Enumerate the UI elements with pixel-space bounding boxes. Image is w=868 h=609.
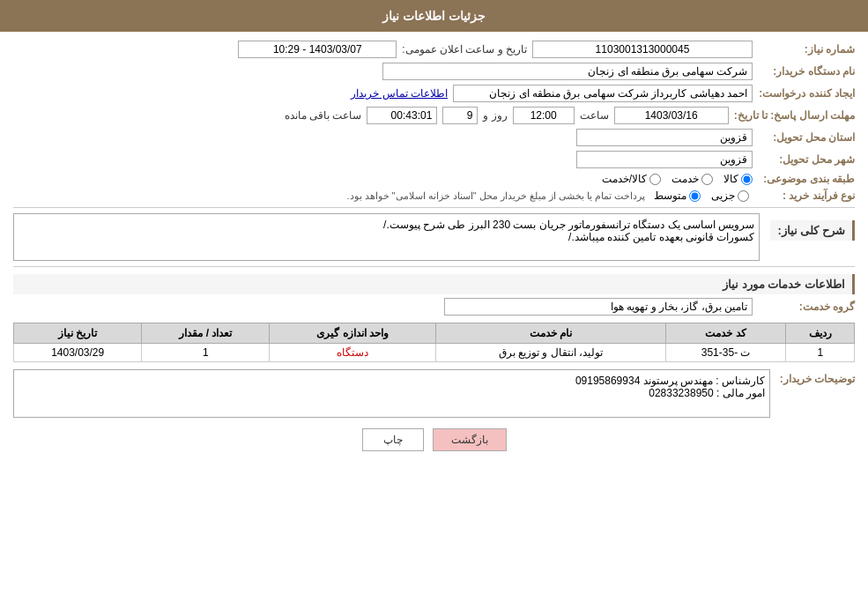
reply-time-label: ساعت <box>580 109 609 122</box>
creator-value: احمد دهیاشی کاربرداز شرکت سهامی برق منطق… <box>453 85 753 102</box>
city-label: شهر محل تحویل: <box>758 153 855 166</box>
col-row-num: ردیف <box>786 323 855 344</box>
purchase-type-label: نوع فرآیند خرید : <box>758 189 855 202</box>
category-radio-group: کالا خدمت کالا/خدمت <box>602 173 753 185</box>
table-row: 1ت -35-351تولید، انتقال و توزیع برقدستگا… <box>14 344 855 362</box>
purchase-jozi-radio[interactable] <box>738 190 749 202</box>
category-khedmat: خدمت <box>671 173 713 185</box>
purchase-jozi-label: جزیی <box>711 189 735 202</box>
cell-row-num: 1 <box>786 344 855 362</box>
cell-service-name: تولید، انتقال و توزیع برق <box>435 344 665 362</box>
category-kala: کالا <box>723 173 753 185</box>
reply-days-label: روز و <box>483 109 507 122</box>
reply-date-value: 1403/03/16 <box>614 107 729 124</box>
creator-row: ایجاد کننده درخواست: احمد دهیاشی کاربردا… <box>13 85 855 102</box>
button-row: بازگشت چاپ <box>13 428 855 451</box>
announce-date-value: 1403/03/07 - 10:29 <box>238 41 397 58</box>
services-table-section: ردیف کد خدمت نام خدمت واحد اندازه گیری ت… <box>13 323 855 362</box>
purchase-type-row: نوع فرآیند خرید : جزیی متوسط پرداخت تمام… <box>13 189 855 202</box>
cell-date: 1403/03/29 <box>14 344 142 362</box>
services-section-title: اطلاعات خدمات مورد نیاز <box>13 274 855 294</box>
purchase-motawaset-label: متوسط <box>654 189 686 202</box>
remaining-label: ساعت باقی مانده <box>285 109 362 122</box>
buyer-notes-content: کارشناس : مهندس پرستوند 09195869934 امور… <box>13 369 770 418</box>
remaining-value: 00:43:01 <box>367 107 437 124</box>
services-table: ردیف کد خدمت نام خدمت واحد اندازه گیری ت… <box>13 323 855 362</box>
col-service-name: نام خدمت <box>435 323 665 344</box>
cell-service-code: ت -35-351 <box>665 344 786 362</box>
contact-link[interactable]: اطلاعات تماس خریدار <box>351 87 448 100</box>
main-content: شماره نیاز: 1103001313000045 تاریخ و ساع… <box>0 32 868 471</box>
print-button[interactable]: چاپ <box>362 428 424 451</box>
reply-deadline-label: مهلت ارسال پاسخ: تا تاریخ: <box>734 109 855 122</box>
category-khedmat-label: خدمت <box>671 173 699 185</box>
col-date: تاریخ نیاز <box>14 323 142 344</box>
buyer-notes-row: توضیحات خریدار: کارشناس : مهندس پرستوند … <box>13 369 855 418</box>
category-kala-label: کالا <box>723 173 738 185</box>
province-value: قزوین <box>576 129 753 146</box>
purchase-type-radio-group: جزیی متوسط <box>654 189 749 202</box>
buyer-name-label: نام دستگاه خریدار: <box>758 65 855 78</box>
buyer-name-row: نام دستگاه خریدار: شرکت سهامی برق منطقه … <box>13 63 855 80</box>
reply-days-value: 9 <box>442 107 478 124</box>
need-number-value: 1103001313000045 <box>532 41 753 58</box>
col-service-code: کد خدمت <box>665 323 786 344</box>
buyer-name-value: شرکت سهامی برق منطقه ای زنجان <box>382 63 753 80</box>
service-group-row: گروه خدمت: تامین برق، گاز، بخار و تهویه … <box>13 298 855 316</box>
divider-1 <box>13 207 855 208</box>
page-header: جزئیات اطلاعات نیاز <box>0 0 868 32</box>
category-row: طبقه بندی موضوعی: کالا خدمت کالا/خدمت <box>13 173 855 185</box>
city-value: قزوین <box>576 151 753 168</box>
need-description-text[interactable] <box>13 213 760 261</box>
need-description-row: شرح کلی نیاز: <box>13 213 855 261</box>
province-label: استان محل تحویل: <box>758 131 855 144</box>
province-row: استان محل تحویل: قزوین <box>13 129 855 146</box>
purchase-motawaset: متوسط <box>654 189 701 202</box>
category-kala-khedmat-label: کالا/خدمت <box>602 173 647 185</box>
category-kala-khedmat: کالا/خدمت <box>602 173 661 185</box>
reply-deadline-row: مهلت ارسال پاسخ: تا تاریخ: 1403/03/16 سا… <box>13 107 855 124</box>
buyer-desc-line1: کارشناس : مهندس پرستوند 09195869934 <box>19 375 765 387</box>
buyer-desc-line2: امور مالی : 02833238950 <box>19 387 765 399</box>
need-number-label: شماره نیاز: <box>758 43 855 56</box>
page-title: جزئیات اطلاعات نیاز <box>382 9 486 23</box>
page-container: جزئیات اطلاعات نیاز شماره نیاز: 11030013… <box>0 0 868 609</box>
need-description-label: شرح کلی نیاز: <box>770 220 855 241</box>
col-quantity: تعداد / مقدار <box>142 323 270 344</box>
announce-date-label: تاریخ و ساعت اعلان عمومی: <box>402 43 527 56</box>
need-number-row: شماره نیاز: 1103001313000045 تاریخ و ساع… <box>13 41 855 58</box>
table-header-row: ردیف کد خدمت نام خدمت واحد اندازه گیری ت… <box>14 323 855 344</box>
purchase-motawaset-radio[interactable] <box>689 190 701 202</box>
category-kala-radio[interactable] <box>741 174 753 185</box>
category-kala-khedmat-radio[interactable] <box>649 174 661 185</box>
category-label: طبقه بندی موضوعی: <box>758 173 855 185</box>
category-khedmat-radio[interactable] <box>701 174 713 185</box>
service-group-value: تامین برق، گاز، بخار و تهویه هوا <box>444 298 753 316</box>
reply-time-value: 12:00 <box>513 107 575 124</box>
purchase-note: پرداخت تمام یا بخشی از مبلغ خریدار محل "… <box>13 190 645 202</box>
back-button[interactable]: بازگشت <box>433 428 507 451</box>
col-unit: واحد اندازه گیری <box>270 323 435 344</box>
cell-quantity: 1 <box>142 344 270 362</box>
creator-label: ایجاد کننده درخواست: <box>758 87 855 100</box>
divider-2 <box>13 266 855 267</box>
purchase-jozi: جزیی <box>711 189 749 202</box>
buyer-desc-label: توضیحات خریدار: <box>775 373 855 385</box>
service-group-label: گروه خدمت: <box>758 301 855 313</box>
city-row: شهر محل تحویل: قزوین <box>13 151 855 168</box>
cell-unit: دستگاه <box>270 344 435 362</box>
